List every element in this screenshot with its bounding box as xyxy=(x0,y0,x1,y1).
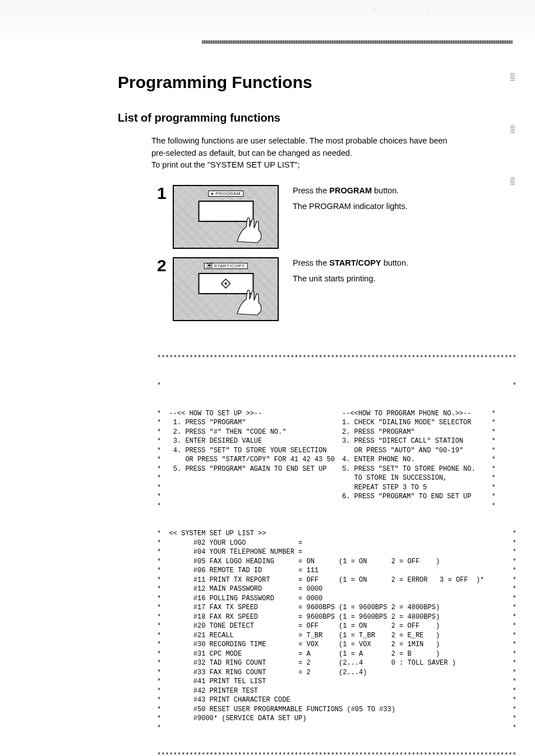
button-label-text: PROGRAM xyxy=(215,191,241,196)
section-subtitle: List of programming functions xyxy=(118,112,501,124)
intro-line: To print out the "SYSTEM SET UP LIST"; xyxy=(151,160,501,171)
step-row: 1 ● PROGRAM Press the PROGRAM button. Th… xyxy=(157,185,501,249)
hand-icon xyxy=(233,286,266,317)
program-button-label-icon: ● PROGRAM xyxy=(208,191,243,197)
doc-icon xyxy=(206,263,212,268)
svg-rect-1 xyxy=(207,265,210,266)
diamond-icon xyxy=(221,279,231,289)
step-result: The PROGRAM indicator lights. xyxy=(293,201,408,212)
step-text: Press the START/COPY button. The unit st… xyxy=(293,257,408,285)
setup-list: * << SYSTEM SET UP LIST >> * * #02 YOUR … xyxy=(157,529,515,732)
step-text: Press the PROGRAM button. The PROGRAM in… xyxy=(293,185,408,212)
printout-blank: * * xyxy=(157,381,515,391)
bullet-icon: ● xyxy=(211,191,214,196)
step-illustration: START/COPY xyxy=(173,257,279,321)
hand-icon xyxy=(233,214,266,244)
step-illustration: ● PROGRAM xyxy=(173,185,279,249)
howto-left-col: * --<< HOW TO SET UP >>-- * 1. PRESS "PR… xyxy=(157,409,342,511)
intro-line: The following functions are user selecta… xyxy=(151,136,501,147)
startcopy-button-label-icon: START/COPY xyxy=(204,263,247,269)
scan-noise-top xyxy=(0,0,535,45)
howto-right-col: --<<HOW TO PROGRAM PHONE NO.>>-- * 1. CH… xyxy=(342,409,515,511)
step-action-prefix: Press the xyxy=(293,186,329,195)
steps-list: 1 ● PROGRAM Press the PROGRAM button. Th… xyxy=(157,185,501,321)
button-label-text: START/COPY xyxy=(214,263,245,268)
step-action-bold: START/COPY xyxy=(329,258,381,267)
svg-point-2 xyxy=(225,282,227,285)
printout-border-top: ****************************************… xyxy=(157,354,515,363)
step-action-suffix: button. xyxy=(372,186,399,195)
step-number: 2 xyxy=(157,257,173,274)
printout-block: ****************************************… xyxy=(157,335,515,756)
page-title: Programming Functions xyxy=(118,73,501,92)
step-action-prefix: Press the xyxy=(293,258,329,267)
intro-line: pre-selected as default, but can be chan… xyxy=(151,148,501,159)
intro-paragraph: The following functions are user selecta… xyxy=(151,136,501,171)
scan-marks-right xyxy=(510,73,516,185)
step-action-suffix: button. xyxy=(381,258,408,267)
step-action-bold: PROGRAM xyxy=(329,186,372,195)
step-number: 1 xyxy=(157,185,173,202)
step-row: 2 START/COPY Press the START/COPY button… xyxy=(157,257,501,321)
step-result: The unit starts printing. xyxy=(293,273,408,284)
printout-border-bottom: ****************************************… xyxy=(157,751,515,756)
scan-noise-ruler xyxy=(202,40,513,44)
